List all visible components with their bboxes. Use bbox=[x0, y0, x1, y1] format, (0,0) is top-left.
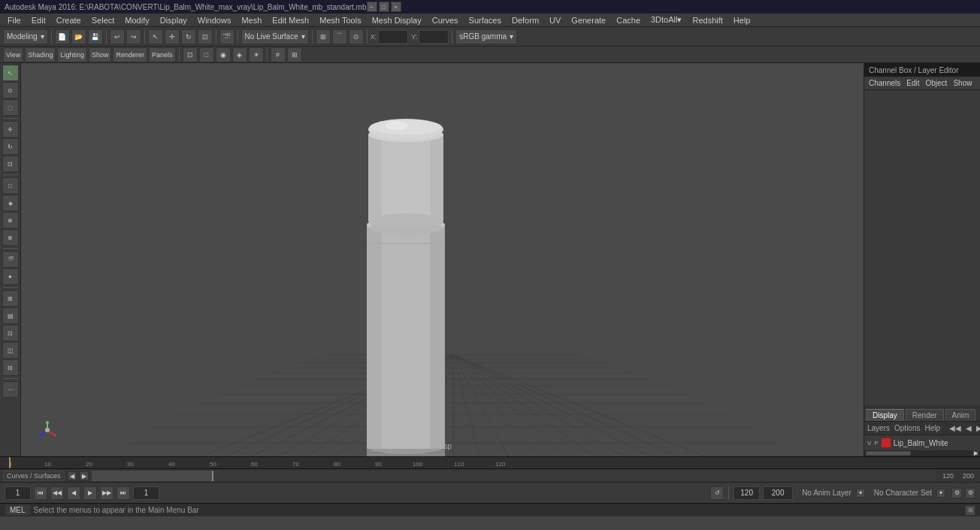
shading-menu-btn[interactable]: Shading bbox=[25, 47, 56, 62]
scrollbar-thumb[interactable] bbox=[866, 451, 911, 456]
timeline-track[interactable]: Curves / Surfaces ◀ ▶ 120 200 bbox=[0, 469, 980, 482]
menu-item-windows[interactable]: Windows bbox=[193, 15, 236, 26]
menu-item-deform[interactable]: Deform bbox=[507, 15, 543, 26]
scale-btn[interactable]: ⊡ bbox=[2, 156, 19, 172]
range-start-input[interactable] bbox=[5, 486, 31, 500]
render-setup-btn[interactable]: 🎬 bbox=[2, 251, 19, 268]
hud-btn[interactable]: ⊞ bbox=[287, 47, 302, 62]
poly-model-btn[interactable]: □ bbox=[2, 177, 19, 194]
back-btn[interactable]: ◀ bbox=[67, 486, 80, 500]
lasso-select-btn[interactable]: ◌ bbox=[2, 99, 19, 116]
menu-item-display[interactable]: Display bbox=[156, 15, 192, 26]
goto-start-btn[interactable]: ⏮ bbox=[34, 486, 47, 500]
open-file-button[interactable]: 📂 bbox=[71, 29, 86, 44]
close-button[interactable]: × bbox=[391, 2, 401, 12]
menu-item-help[interactable]: Help bbox=[729, 15, 755, 26]
mode-dropdown[interactable]: Modeling ▾ bbox=[3, 29, 48, 44]
camera-select-btn[interactable]: ⊡ bbox=[183, 47, 198, 62]
menu-item-mesh[interactable]: Mesh bbox=[237, 15, 266, 26]
edit-menu[interactable]: Edit bbox=[906, 79, 919, 87]
undo-button[interactable]: ↩ bbox=[110, 29, 125, 44]
minimize-button[interactable]: − bbox=[367, 2, 377, 12]
viewport[interactable]: persp bbox=[21, 63, 864, 456]
move-btn[interactable]: ✛ bbox=[2, 121, 19, 138]
textured-btn[interactable]: ◈ bbox=[232, 47, 247, 62]
snap-curve-button[interactable]: ⌒ bbox=[332, 29, 347, 44]
smooth-shade-btn[interactable]: ◉ bbox=[216, 47, 231, 62]
range-end-input[interactable] bbox=[733, 486, 760, 500]
play-btn[interactable]: ▶ bbox=[83, 486, 97, 500]
show-menu[interactable]: Show bbox=[953, 79, 972, 87]
redo-button[interactable]: ↪ bbox=[126, 29, 141, 44]
menu-item-redshift[interactable]: Redshift bbox=[688, 15, 727, 26]
snap-grid-button[interactable]: ⊞ bbox=[316, 29, 331, 44]
light-btn[interactable]: ☀ bbox=[249, 47, 264, 62]
nav-gizmo[interactable] bbox=[36, 419, 59, 441]
goto-end-btn[interactable]: ⏭ bbox=[116, 486, 130, 500]
menu-item-select[interactable]: Select bbox=[87, 15, 119, 26]
menu-item-create[interactable]: Create bbox=[52, 15, 86, 26]
track-prev-btn[interactable]: ◀ bbox=[68, 471, 77, 480]
nav-prev-prev[interactable]: ◀◀ bbox=[949, 424, 961, 432]
view-menu-btn[interactable]: View bbox=[3, 47, 23, 62]
layer-p-check[interactable]: P bbox=[874, 440, 878, 447]
menu-item-uv[interactable]: UV bbox=[545, 15, 565, 26]
paint-select-btn[interactable]: ⊙ bbox=[2, 82, 19, 98]
layer-color-swatch[interactable] bbox=[882, 438, 891, 447]
value1-input[interactable]: 0.00 bbox=[378, 30, 408, 44]
rotate-btn[interactable]: ↻ bbox=[2, 138, 19, 155]
menu-item-mesh-tools[interactable]: Mesh Tools bbox=[315, 15, 365, 26]
snap-surface-button[interactable]: ⊙ bbox=[349, 29, 364, 44]
settings-btn-1[interactable]: ⚙ bbox=[951, 488, 962, 498]
anim-tab[interactable]: Anim bbox=[945, 409, 976, 421]
menu-item-3dtoall-[interactable]: 3DtoAll▾ bbox=[646, 14, 686, 26]
loop-btn[interactable]: ↺ bbox=[710, 486, 724, 500]
menu-item-cache[interactable]: Cache bbox=[612, 15, 645, 26]
menu-item-mesh-display[interactable]: Mesh Display bbox=[368, 15, 426, 26]
scroll-right-btn[interactable]: ▶ bbox=[972, 450, 978, 456]
scale-tool-button[interactable]: ⊡ bbox=[198, 29, 213, 44]
select-tool-button[interactable]: ↖ bbox=[148, 29, 163, 44]
layers-subtab[interactable]: Layers bbox=[867, 424, 890, 432]
settings-btn-2[interactable]: ⚙ bbox=[965, 488, 975, 498]
animation-btn[interactable]: ⊗ bbox=[2, 229, 19, 246]
track-region[interactable] bbox=[92, 471, 936, 481]
custom-btn-5[interactable]: ⊟ bbox=[2, 359, 19, 376]
wireframe-btn[interactable]: □ bbox=[199, 47, 214, 62]
custom-btn-1[interactable]: ⊞ bbox=[2, 290, 19, 307]
forward-btn[interactable]: ▶▶ bbox=[100, 486, 113, 500]
panels-menu-btn[interactable]: Panels bbox=[149, 47, 176, 62]
custom-btn-4[interactable]: ◫ bbox=[2, 342, 19, 359]
renderer-menu-btn[interactable]: Renderer bbox=[113, 47, 147, 62]
rigging-btn[interactable]: ⊕ bbox=[2, 212, 19, 229]
grid-btn[interactable]: # bbox=[271, 47, 286, 62]
options-subtab[interactable]: Options bbox=[894, 424, 920, 432]
custom-btn-2[interactable]: ▤ bbox=[2, 307, 19, 324]
channels-menu[interactable]: Channels bbox=[869, 79, 900, 87]
value2-input[interactable]: 1.00 bbox=[419, 30, 449, 44]
track-next-btn[interactable]: ▶ bbox=[80, 471, 89, 480]
layer-item[interactable]: V P Lip_Balm_White bbox=[864, 435, 980, 450]
layer-v-check[interactable]: V bbox=[867, 440, 871, 447]
save-file-button[interactable]: 💾 bbox=[88, 29, 103, 44]
timeline-ruler[interactable]: 1 10 20 30 40 50 60 70 80 90 100 110 120 bbox=[0, 457, 980, 469]
display-tab[interactable]: Display bbox=[866, 409, 904, 421]
sculpt-btn[interactable]: ◈ bbox=[2, 195, 19, 211]
render-tab[interactable]: Render bbox=[906, 409, 944, 421]
more-tools-btn[interactable]: ⋯ bbox=[2, 381, 19, 398]
custom-btn-3[interactable]: ⊡ bbox=[2, 325, 19, 341]
help-subtab[interactable]: Help bbox=[924, 424, 940, 432]
menu-item-generate[interactable]: Generate bbox=[567, 15, 610, 26]
status-settings-btn[interactable]: ⊞ bbox=[965, 505, 975, 516]
gamma-dropdown[interactable]: sRGB gamma ▾ bbox=[455, 29, 517, 44]
new-file-button[interactable]: 📄 bbox=[55, 29, 70, 44]
out-frame-input[interactable] bbox=[763, 486, 793, 500]
menu-item-curves[interactable]: Curves bbox=[428, 15, 463, 26]
move-tool-button[interactable]: ✛ bbox=[165, 29, 180, 44]
nav-next[interactable]: ▶ bbox=[976, 424, 980, 432]
menu-item-file[interactable]: File bbox=[3, 15, 26, 26]
lighting-menu-btn[interactable]: Lighting bbox=[57, 47, 87, 62]
char-set-btn[interactable]: ▾ bbox=[936, 489, 945, 498]
select-mode-btn[interactable]: ↖ bbox=[2, 65, 19, 81]
menu-item-edit-mesh[interactable]: Edit Mesh bbox=[268, 15, 313, 26]
